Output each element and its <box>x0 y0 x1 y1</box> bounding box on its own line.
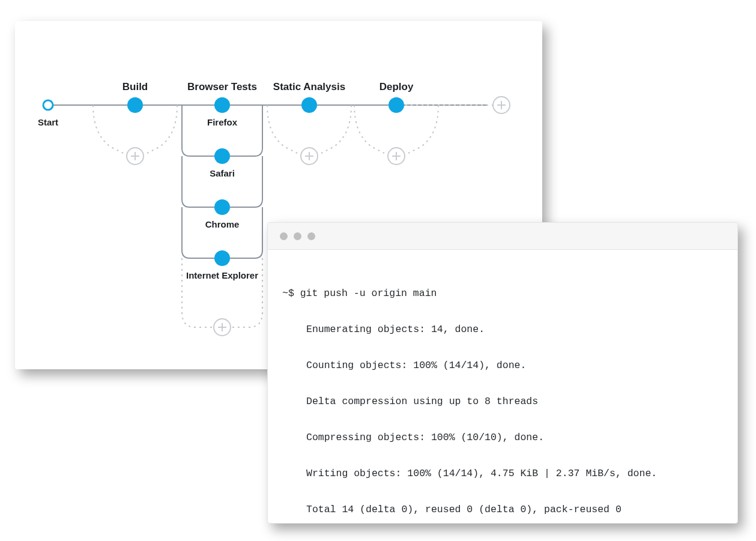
stage-title-static-analysis: Static Analysis <box>273 81 345 93</box>
start-label: Start <box>38 117 58 127</box>
terminal-line: Delta compression using up to 8 threads <box>282 393 723 411</box>
stage-title-deploy: Deploy <box>380 81 414 93</box>
deploy-node[interactable] <box>389 97 404 113</box>
terminal-line: Compressing objects: 100% (10/10), done. <box>282 429 723 447</box>
terminal-header <box>268 223 737 250</box>
window-dot-icon <box>307 232 315 240</box>
terminal-panel: ~$ git push -u origin main Enumerating o… <box>267 222 738 524</box>
build-node[interactable] <box>127 97 143 113</box>
terminal-line: Enumerating objects: 14, done. <box>282 321 723 339</box>
static-analysis-node[interactable] <box>301 97 317 113</box>
stage-title-browser-tests: Browser Tests <box>187 81 257 93</box>
window-dot-icon <box>294 232 301 240</box>
firefox-label: Firefox <box>207 117 237 127</box>
ie-node[interactable] <box>214 250 230 266</box>
start-node[interactable] <box>43 100 53 110</box>
ie-label: Internet Explorer <box>174 270 270 280</box>
browser-tests-node[interactable] <box>214 97 230 113</box>
terminal-line: Writing objects: 100% (14/14), 4.75 KiB … <box>282 465 723 483</box>
terminal-line: Total 14 (delta 0), reused 0 (delta 0), … <box>282 501 723 519</box>
chrome-label: Chrome <box>205 219 240 229</box>
safari-node[interactable] <box>214 148 230 164</box>
terminal-line: Counting objects: 100% (14/14), done. <box>282 357 723 375</box>
terminal-prompt-1: ~$ git push -u origin main <box>282 285 723 303</box>
safari-label: Safari <box>210 168 235 178</box>
window-dot-icon <box>280 232 288 240</box>
chrome-node[interactable] <box>214 199 230 215</box>
stage-title-build: Build <box>122 81 148 93</box>
terminal-body: ~$ git push -u origin main Enumerating o… <box>268 250 737 541</box>
terminal-line: To https://github.com/test-demo* [new br… <box>282 537 723 541</box>
